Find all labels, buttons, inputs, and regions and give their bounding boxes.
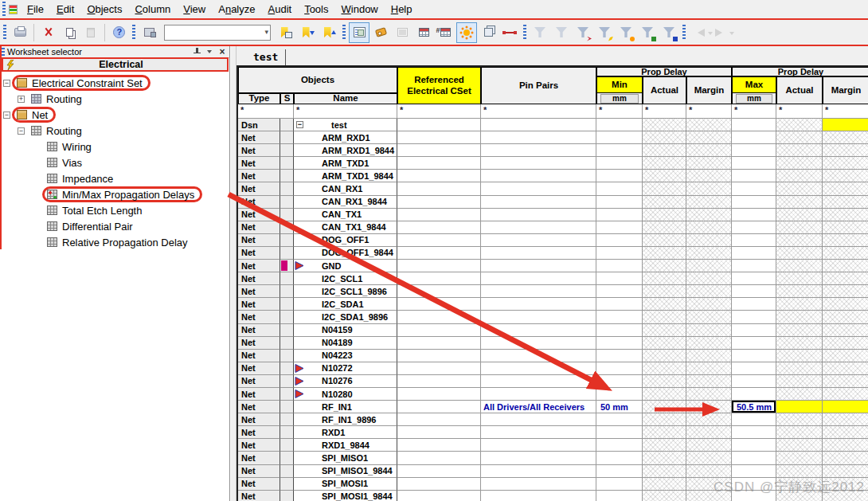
referenced-cset-cell[interactable] — [397, 209, 481, 221]
unit-mm-button[interactable]: mm — [736, 94, 772, 104]
name-cell[interactable]: I2C_SCL1_9896 — [294, 285, 397, 298]
type-cell[interactable]: Net — [238, 221, 280, 234]
pin-pairs-cell[interactable] — [481, 272, 596, 285]
referenced-cset-cell[interactable] — [397, 131, 481, 144]
filter-cell[interactable]: * — [823, 104, 868, 119]
referenced-cset-cell[interactable] — [397, 375, 481, 388]
referenced-cset-cell[interactable] — [397, 170, 481, 182]
referenced-cset-cell[interactable] — [397, 478, 481, 491]
pin-pairs-cell[interactable] — [481, 491, 596, 501]
type-cell[interactable]: Net — [238, 426, 280, 439]
filter-cell[interactable]: * — [776, 104, 823, 119]
header-name[interactable]: Name — [294, 93, 397, 104]
name-cell[interactable]: DOG_OFF1_9844 — [294, 247, 397, 260]
header-type[interactable]: Type — [238, 93, 280, 104]
filter-blue-button[interactable] — [659, 22, 679, 43]
schedule-cell[interactable] — [280, 182, 294, 195]
filter-cell[interactable]: * — [238, 104, 294, 119]
min-value-cell[interactable] — [596, 131, 643, 144]
pin-pairs-cell[interactable] — [481, 131, 596, 144]
header-max[interactable]: Max mm — [732, 76, 776, 104]
type-cell[interactable]: Net — [238, 157, 280, 170]
min-value-cell[interactable] — [596, 196, 643, 209]
schedule-cell[interactable] — [280, 324, 294, 337]
filter-cell[interactable]: * — [732, 104, 776, 119]
name-cell[interactable]: ARM_RXD1 — [294, 131, 397, 144]
filter-bowtie-button[interactable] — [573, 22, 593, 43]
header-pin-pairs[interactable]: Pin Pairs — [481, 67, 596, 104]
max-value-cell[interactable] — [732, 170, 776, 182]
header-min[interactable]: Min mm — [596, 76, 643, 104]
pin-pairs-cell[interactable] — [481, 452, 596, 464]
referenced-cset-cell[interactable] — [397, 401, 481, 413]
type-cell[interactable]: Net — [238, 375, 280, 388]
object-search-combobox[interactable]: ▾ — [164, 25, 271, 41]
filter-cell[interactable]: * — [481, 104, 596, 119]
max-value-cell[interactable] — [732, 465, 776, 478]
referenced-cset-cell[interactable] — [397, 311, 481, 323]
type-cell[interactable]: Net — [238, 272, 280, 285]
tree-expander[interactable]: − — [3, 112, 10, 119]
menu-item[interactable]: File — [21, 1, 50, 18]
max-value-cell[interactable] — [732, 324, 776, 337]
name-cell[interactable]: RF_IN1_9896 — [294, 413, 397, 426]
pin-pairs-cell[interactable] — [481, 196, 596, 209]
pin-pairs-cell[interactable] — [481, 375, 596, 388]
min-value-cell[interactable]: 50 mm — [596, 401, 643, 413]
schedule-cell[interactable] — [280, 478, 294, 491]
min-value-cell[interactable] — [596, 413, 643, 426]
tag-button[interactable] — [370, 22, 391, 43]
type-cell[interactable]: Net — [238, 478, 280, 491]
schedule-cell[interactable] — [280, 311, 294, 323]
print-button[interactable] — [10, 22, 30, 43]
forward-button[interactable] — [710, 22, 731, 43]
type-cell[interactable]: Net — [238, 388, 280, 401]
min-value-cell[interactable] — [596, 491, 643, 501]
max-value-cell[interactable] — [732, 337, 776, 350]
name-cell[interactable]: SPI_MOSI1 — [294, 478, 397, 491]
type-cell[interactable]: Net — [238, 131, 280, 144]
max-value-cell[interactable] — [732, 452, 776, 464]
hierarchy-button[interactable] — [392, 22, 412, 43]
referenced-cset-cell[interactable] — [397, 298, 481, 311]
tree-item[interactable]: − Net — [0, 107, 229, 123]
pin-pairs-cell[interactable] — [481, 170, 596, 182]
min-value-cell[interactable] — [596, 311, 643, 323]
min-value-cell[interactable] — [596, 362, 643, 375]
header-actual-min[interactable]: Actual — [643, 76, 686, 104]
highlight-button[interactable] — [456, 22, 477, 43]
max-value-cell[interactable] — [732, 362, 776, 375]
unit-mm-button[interactable]: mm — [600, 94, 639, 104]
min-value-cell[interactable] — [596, 221, 643, 234]
type-cell[interactable]: Net — [238, 182, 280, 195]
filter-cell[interactable]: * — [686, 104, 732, 119]
name-cell[interactable]: ARM_RXD1_9844 — [294, 144, 397, 157]
schedule-cell[interactable] — [280, 209, 294, 221]
referenced-cset-cell[interactable] — [397, 413, 481, 426]
schedule-cell[interactable] — [280, 157, 294, 170]
referenced-cset-cell[interactable] — [397, 247, 481, 260]
referenced-cset-cell[interactable] — [397, 426, 481, 439]
pin-pairs-cell[interactable] — [481, 260, 596, 272]
back-button[interactable] — [689, 22, 710, 43]
max-value-cell[interactable] — [732, 119, 776, 131]
find-object-button[interactable] — [139, 22, 159, 43]
max-value-cell[interactable] — [732, 285, 776, 298]
name-cell[interactable]: I2C_SDA1 — [294, 298, 397, 311]
min-value-cell[interactable] — [596, 209, 643, 221]
header-prop-delay-max-group[interactable]: Prop Delay — [732, 67, 868, 76]
name-cell[interactable]: N10272 — [294, 362, 397, 375]
schedule-cell[interactable] — [280, 298, 294, 311]
name-cell[interactable]: ARM_TXD1_9844 — [294, 170, 397, 182]
chevron-down-icon[interactable]: ▾ — [264, 28, 268, 36]
max-value-cell[interactable] — [732, 144, 776, 157]
filter-edit-button[interactable] — [594, 22, 615, 43]
max-value-cell[interactable] — [732, 375, 776, 388]
min-value-cell[interactable] — [596, 375, 643, 388]
referenced-cset-cell[interactable] — [397, 221, 481, 234]
tree-item[interactable]: Differential Pair — [0, 218, 229, 234]
pin-pairs-cell[interactable] — [481, 285, 596, 298]
max-value-cell[interactable] — [732, 272, 776, 285]
schedule-cell[interactable] — [280, 375, 294, 388]
name-cell[interactable]: SPI_MOSI1_9844 — [294, 491, 397, 501]
